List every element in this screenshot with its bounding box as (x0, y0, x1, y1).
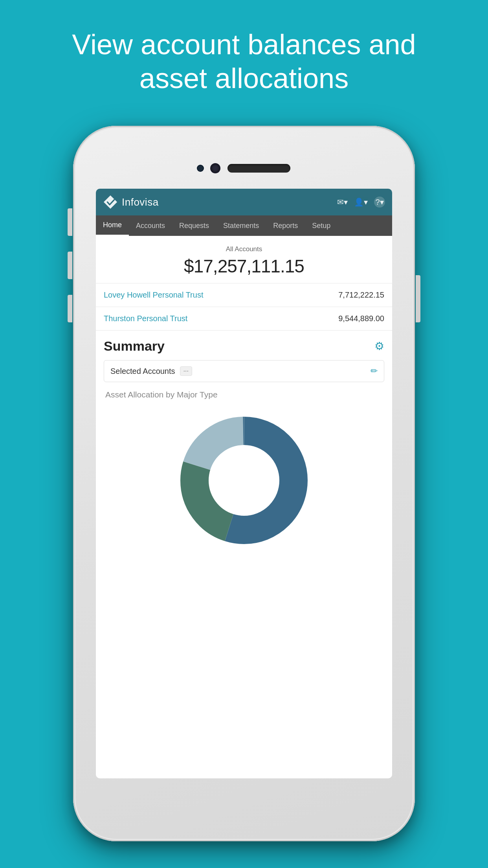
pencil-icon[interactable]: ✏ (371, 366, 378, 376)
account-balance-1: 7,712,222.15 (338, 291, 384, 300)
logo-text: Infovisa (122, 196, 159, 208)
svg-point-4 (210, 447, 278, 515)
account-name-2[interactable]: Thurston Personal Trust (104, 314, 187, 323)
account-name-1[interactable]: Lovey Howell Personal Trust (104, 291, 203, 300)
dots-badge[interactable]: ··· (180, 366, 192, 376)
app-nav: Home Accounts Requests Statements Report… (96, 215, 392, 236)
logo-icon (103, 195, 118, 210)
account-balance-2: 9,544,889.00 (338, 314, 384, 323)
donut-chart-container (104, 406, 384, 559)
mail-icon[interactable]: ✉▾ (337, 197, 348, 207)
nav-setup[interactable]: Setup (305, 215, 338, 236)
nav-requests[interactable]: Requests (172, 215, 216, 236)
summary-section: Summary ⚙ Selected Accounts ··· ✏ Asset … (96, 331, 392, 559)
app-content: All Accounts $17,257,111.15 Lovey Howell… (96, 236, 392, 559)
svg-marker-0 (104, 195, 117, 209)
all-accounts-total: $17,257,111.15 (104, 256, 384, 277)
selected-accounts-bar: Selected Accounts ··· ✏ (104, 360, 384, 382)
nav-reports[interactable]: Reports (266, 215, 305, 236)
phone-screen: Infovisa ✉▾ 👤▾ ?▾ Home Accounts Requests… (96, 189, 392, 778)
donut-chart (173, 410, 315, 551)
hero-line2: asset allocations (39, 61, 449, 95)
summary-header: Summary ⚙ (104, 338, 384, 354)
speaker-grille (227, 164, 290, 173)
header-icons: ✉▾ 👤▾ ?▾ (337, 197, 385, 208)
account-row-2: Thurston Personal Trust 9,544,889.00 (96, 307, 392, 331)
all-accounts-label: All Accounts (104, 245, 384, 253)
selected-accounts-text: Selected Accounts (110, 367, 175, 376)
summary-title: Summary (104, 338, 165, 354)
user-icon[interactable]: 👤▾ (354, 197, 368, 207)
nav-statements[interactable]: Statements (216, 215, 266, 236)
app-header: Infovisa ✉▾ 👤▾ ?▾ (96, 189, 392, 215)
selected-accounts-left: Selected Accounts ··· (110, 366, 192, 376)
camera-lens (211, 164, 220, 173)
front-camera (198, 166, 203, 171)
nav-accounts[interactable]: Accounts (129, 215, 172, 236)
asset-allocation-label: Asset Allocation by Major Type (104, 390, 384, 399)
phone-mockup: Infovisa ✉▾ 👤▾ ?▾ Home Accounts Requests… (73, 126, 415, 841)
account-row-1: Lovey Howell Personal Trust 7,712,222.15 (96, 283, 392, 307)
phone-top-bar (73, 149, 415, 187)
nav-home[interactable]: Home (96, 215, 129, 236)
gear-icon[interactable]: ⚙ (374, 340, 384, 353)
help-icon[interactable]: ?▾ (374, 197, 385, 208)
all-accounts-section: All Accounts $17,257,111.15 (96, 236, 392, 283)
hero-text: View account balances and asset allocati… (0, 0, 488, 96)
app-logo: Infovisa (103, 195, 159, 210)
hero-line1: View account balances and (39, 28, 449, 61)
